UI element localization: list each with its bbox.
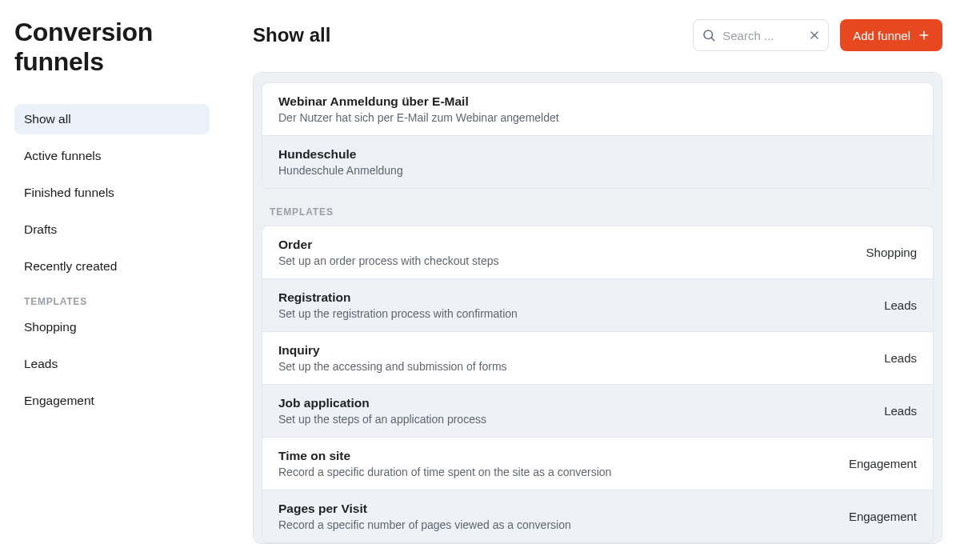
sidebar-item-show-all[interactable]: Show all <box>14 104 210 134</box>
sidebar-item-label: Recently created <box>24 259 117 273</box>
template-row[interactable]: Registration Set up the registration pro… <box>262 278 933 331</box>
template-subtitle: Set up an order process with checkout st… <box>278 254 866 267</box>
sidebar-item-leads[interactable]: Leads <box>14 349 210 379</box>
sidebar-item-recently-created[interactable]: Recently created <box>14 251 210 282</box>
sidebar-item-label: Drafts <box>24 222 57 236</box>
sidebar-item-label: Finished funnels <box>24 186 114 199</box>
funnel-subtitle: Der Nutzer hat sich per E-Mail zum Webin… <box>278 111 917 124</box>
template-subtitle: Record a specific duration of time spent… <box>278 466 849 478</box>
sidebar-item-active-funnels[interactable]: Active funnels <box>14 141 210 171</box>
template-category: Leads <box>884 404 917 418</box>
templates-list: Order Set up an order process with check… <box>262 226 934 543</box>
content-title: Show all <box>253 24 682 46</box>
sidebar-item-finished-funnels[interactable]: Finished funnels <box>14 178 210 208</box>
template-row[interactable]: Pages per Visit Record a specific number… <box>262 490 933 542</box>
funnels-panel: Webinar Anmeldung über E-Mail Der Nutzer… <box>253 72 942 544</box>
template-subtitle: Set up the registration process with con… <box>278 307 884 320</box>
search-icon <box>702 28 716 42</box>
sidebar-item-drafts[interactable]: Drafts <box>14 214 210 245</box>
template-category: Engagement <box>849 457 917 470</box>
funnel-title: Webinar Anmeldung über E-Mail <box>278 94 917 109</box>
sidebar-item-engagement[interactable]: Engagement <box>14 386 210 416</box>
template-title: Time on site <box>278 449 849 463</box>
sidebar-item-label: Engagement <box>24 394 94 407</box>
add-funnel-label: Add funnel <box>853 29 910 42</box>
add-funnel-button[interactable]: Add funnel <box>840 19 942 51</box>
svg-line-1 <box>711 38 714 41</box>
template-subtitle: Set up the accessing and submission of f… <box>278 360 884 373</box>
template-category: Engagement <box>849 510 917 523</box>
template-category: Leads <box>884 298 917 312</box>
template-row[interactable]: Inquiry Set up the accessing and submiss… <box>262 331 933 384</box>
main-content: Show all Add funnel <box>224 0 960 560</box>
funnel-row[interactable]: Hundeschule Hundeschule Anmeldung <box>262 135 933 188</box>
template-row[interactable]: Order Set up an order process with check… <box>262 226 933 278</box>
main-header: Show all Add funnel <box>253 19 942 51</box>
template-row[interactable]: Time on site Record a specific duration … <box>262 437 933 490</box>
page-title: Conversion funnels <box>14 18 210 77</box>
sidebar-item-shopping[interactable]: Shopping <box>14 312 210 342</box>
template-title: Pages per Visit <box>278 502 849 516</box>
template-title: Registration <box>278 290 884 305</box>
sidebar-heading-templates: TEMPLATES <box>14 288 210 312</box>
template-subtitle: Record a specific number of pages viewed… <box>278 518 849 531</box>
sidebar-item-label: Shopping <box>24 320 77 334</box>
template-category: Shopping <box>866 246 917 259</box>
funnel-title: Hundeschule <box>278 147 917 162</box>
search-field[interactable] <box>693 19 829 51</box>
templates-section-label: TEMPLATES <box>262 198 934 226</box>
template-row[interactable]: Job application Set up the steps of an a… <box>262 384 933 437</box>
sidebar-item-label: Leads <box>24 357 58 370</box>
funnel-subtitle: Hundeschule Anmeldung <box>278 164 917 177</box>
template-title: Order <box>278 238 866 252</box>
plus-icon <box>918 30 930 41</box>
template-title: Inquiry <box>278 343 884 358</box>
sidebar-item-label: Active funnels <box>24 149 102 162</box>
funnels-list: Webinar Anmeldung über E-Mail Der Nutzer… <box>262 82 934 189</box>
sidebar: Conversion funnels Show all Active funne… <box>0 0 224 560</box>
clear-icon[interactable] <box>809 30 820 41</box>
funnel-row[interactable]: Webinar Anmeldung über E-Mail Der Nutzer… <box>262 83 933 135</box>
template-category: Leads <box>884 351 917 365</box>
template-title: Job application <box>278 396 884 410</box>
sidebar-item-label: Show all <box>24 112 71 126</box>
search-input[interactable] <box>722 29 802 42</box>
template-subtitle: Set up the steps of an application proce… <box>278 413 884 426</box>
